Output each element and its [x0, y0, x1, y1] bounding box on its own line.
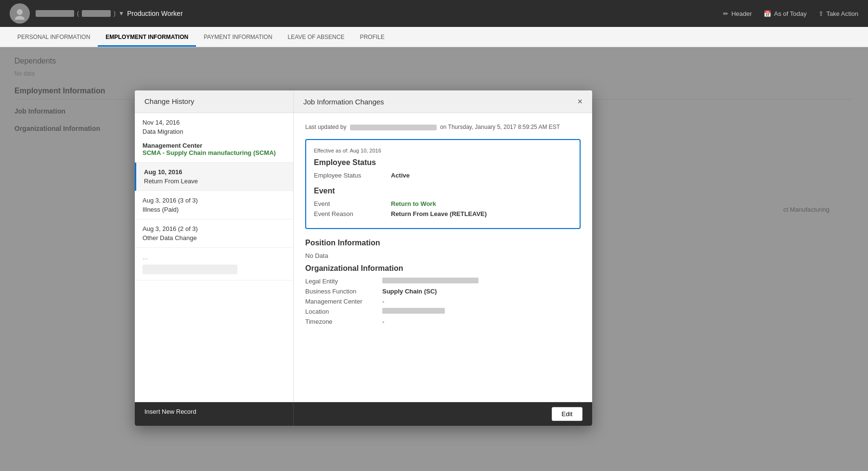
event-heading: Event	[314, 187, 572, 195]
event-value[interactable]: Return to Work	[391, 200, 436, 207]
history-event-4: Other Data Change	[135, 234, 293, 247]
pencil-icon: ✏	[723, 10, 728, 17]
history-entry-4[interactable]: Aug 3, 2016 (2 of 3) Other Data Change	[135, 219, 293, 248]
management-center-row: Management Center -	[305, 298, 581, 305]
history-date-2: Aug 10, 2016	[136, 163, 293, 178]
modal-close-button[interactable]: ×	[577, 97, 583, 106]
history-event-1: Data Migration	[135, 128, 293, 141]
worker-title: Production Worker	[127, 10, 183, 17]
avatar	[10, 3, 30, 24]
legal-entity-label: Legal Entity	[305, 278, 382, 285]
modal-header: Change History Job Information Changes ×	[135, 90, 592, 113]
history-mgmt-center-1: Management Center SCMA - Supply Chain ma…	[135, 141, 293, 162]
worker-name-area: ( ) ▼ Production Worker	[36, 10, 183, 17]
event-reason-value: Return From Leave (RETLEAVE)	[391, 210, 487, 217]
mgmt-center-value: SCMA - Supply Chain manufacturing (SCMA)	[143, 149, 285, 156]
tab-employment-information[interactable]: EMPLOYMENT INFORMATION	[98, 29, 196, 47]
business-function-row: Business Function Supply Chain (SC)	[305, 288, 581, 295]
legal-entity-value-blurred	[382, 278, 479, 283]
history-event-2: Return From Leave	[136, 178, 293, 191]
worker-name-blurred	[36, 10, 74, 17]
modal-body: Nov 14, 2016 Data Migration Management C…	[135, 113, 592, 402]
upload-icon: ⇧	[818, 10, 824, 17]
svg-point-1	[15, 16, 25, 20]
effective-box: Effective as of: Aug 10, 2016 Employee S…	[305, 139, 581, 229]
history-date-3: Aug 3, 2016 (3 of 3)	[135, 191, 293, 206]
modal-header-change-history: Change History	[135, 90, 294, 113]
history-date-5: ...	[135, 248, 293, 263]
position-no-data: No Data	[305, 252, 581, 259]
timezone-value: -	[382, 318, 384, 325]
tab-profile[interactable]: PROFILE	[352, 29, 392, 47]
event-row: Event Return to Work	[314, 200, 572, 207]
history-date-4: Aug 3, 2016 (2 of 3)	[135, 219, 293, 234]
tab-payment-information[interactable]: PAYMENT INFORMATION	[196, 29, 280, 47]
modal-footer: Insert New Record Edit	[135, 402, 592, 426]
location-label: Location	[305, 308, 382, 315]
worker-paren-open: (	[77, 10, 79, 17]
worker-id-blurred	[82, 10, 111, 17]
employee-status-label: Employee Status	[314, 172, 391, 179]
modal-footer-left: Insert New Record	[135, 402, 294, 426]
edit-button[interactable]: Edit	[552, 407, 583, 421]
modal-footer-right: Edit	[294, 402, 592, 426]
top-bar-right: ✏ Header 📅 As of Today ⇧ Take Action	[723, 10, 858, 17]
event-label: Event	[314, 200, 391, 207]
location-value-blurred	[382, 308, 445, 314]
last-updated-text: Last updated by on Thursday, January 5, …	[305, 123, 581, 131]
timezone-label: Timezone	[305, 318, 382, 325]
top-bar-left: ( ) ▼ Production Worker	[10, 3, 183, 24]
location-row: Location	[305, 308, 581, 315]
event-reason-label: Event Reason	[314, 210, 391, 217]
change-history-panel: Nov 14, 2016 Data Migration Management C…	[135, 113, 294, 402]
tab-personal-information[interactable]: PERSONAL INFORMATION	[10, 29, 98, 47]
as-of-today-action[interactable]: 📅 As of Today	[764, 10, 807, 17]
timezone-row: Timezone -	[305, 318, 581, 325]
effective-date-label: Effective as of: Aug 10, 2016	[314, 148, 572, 153]
worker-paren-close: )	[114, 10, 116, 17]
history-entry-3[interactable]: Aug 3, 2016 (3 of 3) Illness (Paid)	[135, 191, 293, 219]
employee-status-row: Employee Status Active	[314, 172, 572, 179]
nav-tabs: PERSONAL INFORMATION EMPLOYMENT INFORMAT…	[0, 27, 868, 47]
tab-leave-of-absence[interactable]: LEAVE OF ABSENCE	[280, 29, 352, 47]
legal-entity-row: Legal Entity	[305, 278, 581, 285]
history-entry-2[interactable]: Aug 10, 2016 Return From Leave	[135, 163, 293, 191]
management-center-label: Management Center	[305, 298, 382, 305]
calendar-icon: 📅	[764, 10, 771, 17]
employee-status-value: Active	[391, 172, 410, 179]
svg-point-0	[17, 9, 23, 15]
business-function-value: Supply Chain (SC)	[382, 288, 437, 295]
history-entry-5[interactable]: ...	[135, 248, 293, 280]
bg-content: Dependents No data Employment Informatio…	[0, 47, 868, 471]
history-date-1: Nov 14, 2016	[135, 113, 293, 128]
header-action[interactable]: ✏ Header	[723, 10, 752, 17]
take-action-action[interactable]: ⇧ Take Action	[818, 10, 859, 17]
insert-new-record-button[interactable]: Insert New Record	[144, 408, 196, 415]
updated-by-blurred	[350, 125, 437, 130]
business-function-label: Business Function	[305, 288, 382, 295]
history-event-5	[143, 265, 237, 274]
modal-header-job-changes: Job Information Changes ×	[294, 90, 592, 113]
history-event-3: Illness (Paid)	[135, 206, 293, 219]
chevron-down-icon[interactable]: ▼	[118, 10, 124, 17]
position-info-heading: Position Information	[305, 239, 581, 247]
change-history-modal: Change History Job Information Changes ×…	[135, 90, 592, 426]
history-entry-1[interactable]: Nov 14, 2016 Data Migration Management C…	[135, 113, 293, 163]
right-panel: Last updated by on Thursday, January 5, …	[294, 113, 592, 402]
top-bar: ( ) ▼ Production Worker ✏ Header 📅 As of…	[0, 0, 868, 27]
mgmt-center-label: Management Center	[143, 142, 285, 149]
management-center-value: -	[382, 298, 384, 305]
org-info-heading: Organizational Information	[305, 264, 581, 273]
event-reason-row: Event Reason Return From Leave (RETLEAVE…	[314, 210, 572, 217]
employee-status-heading: Employee Status	[314, 158, 572, 167]
